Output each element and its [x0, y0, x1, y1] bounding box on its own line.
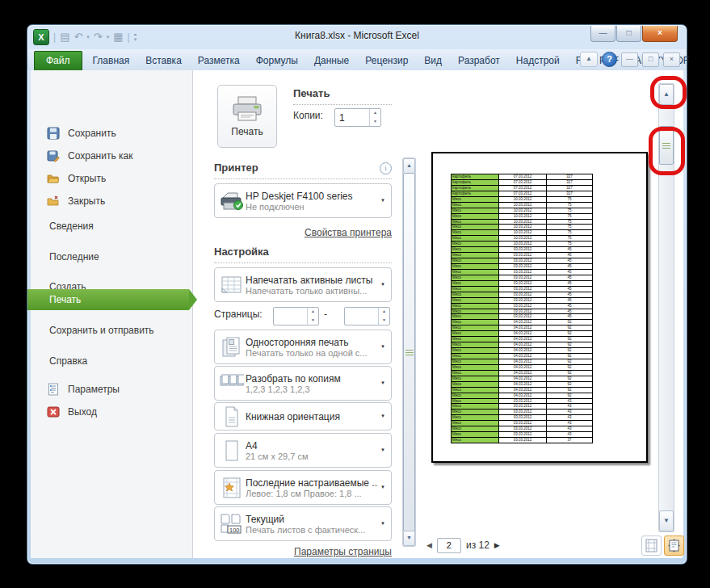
preview-table-cell: 04.03.2012: [498, 388, 546, 393]
preview-table-cell: 07.03.2012: [498, 186, 546, 191]
preview-table-cell: 10.03.2012: [498, 197, 546, 202]
previous-page-icon[interactable]: ◀: [426, 541, 432, 549]
preview-table-row: Мясо04.03.201292: [452, 354, 592, 359]
orientation-dropdown[interactable]: Книжная ориентация ▼: [214, 402, 392, 430]
preview-table-cell: 10.03.2012: [498, 225, 546, 229]
preview-table-row: Мясо04.03.201292: [452, 337, 592, 342]
preview-table-cell: Мясо: [452, 376, 498, 381]
preview-table-row: Мясо03.03.201245: [452, 264, 592, 270]
tab-review[interactable]: Рецензир: [357, 51, 416, 70]
preview-table-cell: 75: [546, 214, 592, 219]
tab-file[interactable]: Файл: [34, 51, 82, 70]
preview-table-cell: 92: [546, 393, 592, 398]
scaling-dropdown[interactable]: 100 Текущий Печать листов с фактическ...…: [214, 506, 392, 541]
preview-table-cell: Мясо: [452, 258, 498, 263]
preview-scroll-down-icon[interactable]: ▼: [659, 510, 674, 531]
help-icon[interactable]: ?: [602, 52, 617, 67]
preview-table-row: Мясо03.03.201243: [452, 432, 592, 438]
printer-properties-link[interactable]: Свойства принтера: [305, 227, 392, 238]
nav-help-label: Справка: [49, 355, 87, 367]
nav-help[interactable]: Справка: [27, 351, 189, 372]
minimize-button[interactable]: —: [590, 26, 615, 42]
preview-table-row: Мясо10.03.201275: [452, 230, 592, 236]
pages-to-stepper[interactable]: ▲ ▼: [344, 307, 390, 326]
settings-scrollbar-thumb[interactable]: [403, 173, 415, 531]
nav-open[interactable]: Открыть: [27, 168, 189, 189]
printer-icon: [231, 95, 263, 123]
nav-save[interactable]: Сохранить: [27, 123, 189, 144]
nav-recent[interactable]: Последние: [27, 246, 189, 267]
pages-to-input[interactable]: [345, 308, 378, 325]
preview-table-row: Картофель07.03.2012327: [452, 186, 592, 191]
tab-insert[interactable]: Вставка: [137, 51, 190, 70]
preview-table-cell: 92: [546, 359, 592, 364]
preview-table-cell: 03.03.2012: [498, 275, 546, 280]
info-icon[interactable]: i: [380, 162, 392, 174]
tab-data[interactable]: Данные: [306, 51, 357, 70]
nav-close[interactable]: Закрыть: [27, 191, 189, 212]
tab-layout[interactable]: Разметка: [190, 51, 248, 70]
next-page-icon[interactable]: ▶: [494, 541, 500, 549]
spin-up-icon[interactable]: ▲: [308, 308, 318, 317]
tab-formulas[interactable]: Формулы: [248, 51, 306, 70]
printer-section-header: Принтер i: [214, 161, 392, 179]
tab-home[interactable]: Главная: [85, 51, 138, 70]
restore-button[interactable]: □: [616, 26, 641, 42]
spin-up-icon[interactable]: ▲: [370, 109, 380, 118]
nav-options[interactable]: Параметры: [27, 379, 189, 400]
preview-table-cell: 03.03.2012: [498, 298, 546, 303]
spin-down-icon[interactable]: ▼: [308, 317, 318, 326]
printer-dropdown[interactable]: HP Deskjet F4100 series Не подключен ▼: [214, 183, 392, 218]
nav-exit[interactable]: Выход: [27, 401, 189, 422]
preview-table-cell: 92: [546, 342, 592, 347]
zoom-to-page-icon: [668, 539, 680, 552]
page-setup-link[interactable]: Параметры страницы: [294, 546, 392, 557]
show-margins-button[interactable]: [641, 536, 662, 556]
duplex-dropdown[interactable]: Односторонняя печать Печатать только на …: [214, 330, 392, 364]
preview-table-row: Мясо03.03.201243: [452, 410, 592, 415]
print-what-dropdown[interactable]: Напечатать активные листы Напечатать тол…: [214, 267, 392, 302]
preview-table-cell: 04.03.2012: [498, 393, 546, 398]
settings-scrollbar[interactable]: ▲ ▼: [402, 158, 416, 547]
preview-table-cell: Мясо: [452, 197, 498, 202]
preview-table-cell: Мясо: [452, 314, 498, 319]
copies-input[interactable]: [335, 109, 369, 126]
spin-down-icon[interactable]: ▼: [370, 118, 380, 127]
preview-table-cell: 07.03.2012: [498, 191, 546, 196]
pages-from-input[interactable]: [274, 308, 307, 325]
preview-pager: ◀ из 12 ▶: [426, 537, 500, 553]
preview-table-cell: 03.03.2012: [498, 399, 546, 404]
workbook-restore-icon[interactable]: □: [642, 52, 659, 67]
collate-dropdown[interactable]: Разобрать по копиям 1,2,3 1,2,3 1,2,3 ▼: [214, 366, 392, 401]
spin-up-icon[interactable]: ▲: [379, 308, 389, 317]
zoom-to-page-button[interactable]: [664, 536, 684, 556]
print-button[interactable]: Печать: [217, 85, 277, 148]
tab-developer[interactable]: Разработ: [450, 51, 508, 70]
preview-table-cell: Мясо: [452, 242, 498, 246]
margins-dropdown[interactable]: Последние настраиваемые ... Левое: 1,8 с…: [214, 470, 392, 505]
nav-save-as[interactable]: Сохранить как: [27, 145, 189, 166]
preview-table-cell: 43: [546, 399, 592, 404]
preview-table-row: Мясо10.03.201275: [452, 220, 592, 225]
nav-save-send[interactable]: Сохранить и отправить: [27, 320, 189, 341]
collapse-ribbon-icon[interactable]: ▲: [580, 52, 598, 67]
nav-print[interactable]: Печать: [27, 289, 189, 310]
scroll-up-icon[interactable]: ▲: [403, 158, 415, 174]
tab-view[interactable]: Вид: [416, 51, 450, 70]
current-page-input[interactable]: [437, 538, 461, 553]
tab-addins[interactable]: Надстрой: [508, 51, 568, 70]
workbook-close-icon[interactable]: ×: [663, 52, 680, 67]
scroll-down-icon[interactable]: ▼: [403, 531, 415, 546]
paper-size-dropdown[interactable]: A4 21 см x 29,7 см ▼: [214, 433, 392, 468]
preview-table-row: Мясо03.03.201243: [452, 426, 592, 432]
preview-table-cell: Мясо: [452, 337, 498, 342]
close-button[interactable]: ×: [642, 26, 678, 42]
preview-table-cell: 03.03.2012: [498, 309, 546, 314]
pages-label: Страницы:: [214, 309, 263, 320]
nav-info[interactable]: Сведения: [27, 216, 189, 237]
preview-table-cell: Мясо: [452, 320, 498, 325]
copies-stepper[interactable]: ▲ ▼: [334, 108, 381, 127]
pages-from-stepper[interactable]: ▲ ▼: [273, 307, 319, 326]
spin-down-icon[interactable]: ▼: [379, 317, 389, 326]
workbook-minimize-icon[interactable]: —: [621, 52, 638, 67]
